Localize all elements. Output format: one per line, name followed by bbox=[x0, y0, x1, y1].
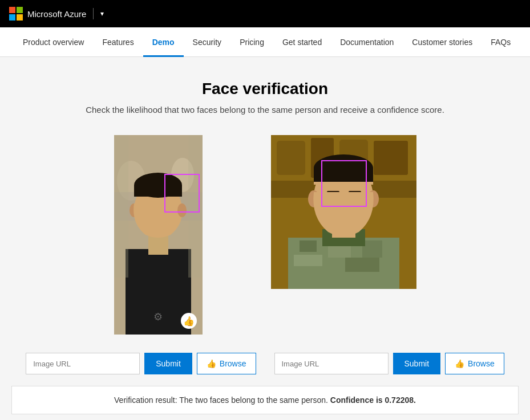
svg-rect-35 bbox=[345, 258, 379, 272]
navigation: Product overview Features Demo Security … bbox=[0, 27, 530, 57]
nav-documentation[interactable]: Documentation bbox=[331, 27, 403, 57]
thumbs-up-icon[interactable]: 👍 bbox=[181, 313, 197, 329]
browse-label-1: Browse bbox=[220, 359, 246, 368]
submit-button-1[interactable]: Submit bbox=[144, 353, 192, 374]
face-image-2-svg bbox=[271, 135, 416, 289]
thumbs-up-browse-icon-1: 👍 bbox=[207, 359, 216, 368]
svg-rect-31 bbox=[300, 240, 317, 252]
svg-text:⚙: ⚙ bbox=[153, 311, 163, 323]
ms-flag-icon bbox=[9, 7, 23, 21]
face-image-1: ⚙ bbox=[114, 135, 203, 335]
svg-rect-33 bbox=[362, 240, 382, 258]
nav-faqs[interactable]: FAQs bbox=[482, 27, 520, 57]
nav-customer-stories[interactable]: Customer stories bbox=[403, 27, 482, 57]
thumbs-up-browse-icon-2: 👍 bbox=[455, 359, 464, 368]
face-detection-box-2 bbox=[321, 160, 367, 207]
image1-wrapper: ⚙ bbox=[114, 135, 203, 335]
image2-wrapper bbox=[271, 135, 416, 289]
svg-rect-21 bbox=[114, 135, 128, 278]
page-subtitle: Check the likelihood that two faces belo… bbox=[86, 105, 444, 115]
input-group-2: Submit 👍 Browse bbox=[274, 353, 504, 374]
browse-button-1[interactable]: 👍 Browse bbox=[197, 353, 256, 374]
page-title: Face verification bbox=[202, 80, 328, 98]
nav-product-overview[interactable]: Product overview bbox=[14, 27, 93, 57]
face-image-2 bbox=[271, 135, 416, 289]
chevron-down-icon[interactable]: ▾ bbox=[100, 10, 104, 18]
result-text: Verification result: The two faces belon… bbox=[114, 395, 328, 405]
nav-security[interactable]: Security bbox=[184, 27, 231, 57]
main-content: Face verification Check the likelihood t… bbox=[0, 57, 530, 420]
nav-demo[interactable]: Demo bbox=[143, 27, 184, 57]
image-url-input-2[interactable] bbox=[274, 353, 389, 374]
confidence-text: Confidence is 0.72208. bbox=[330, 395, 416, 405]
result-bar: Verification result: The two faces belon… bbox=[11, 386, 519, 414]
svg-rect-25 bbox=[277, 141, 305, 175]
topbar: Microsoft Azure ▾ bbox=[0, 0, 530, 27]
svg-rect-1 bbox=[17, 7, 23, 13]
nav-get-started[interactable]: Get started bbox=[273, 27, 331, 57]
svg-rect-2 bbox=[9, 14, 15, 21]
browse-button-2[interactable]: 👍 Browse bbox=[445, 353, 504, 374]
svg-rect-0 bbox=[9, 7, 15, 13]
input-row: Submit 👍 Browse Submit 👍 Browse bbox=[11, 353, 519, 374]
nav-features[interactable]: Features bbox=[93, 27, 143, 57]
svg-rect-34 bbox=[294, 255, 322, 266]
submit-button-2[interactable]: Submit bbox=[393, 353, 441, 374]
browse-label-2: Browse bbox=[468, 359, 495, 368]
images-row: ⚙ bbox=[11, 135, 519, 335]
svg-rect-3 bbox=[17, 14, 23, 21]
face-detection-box-1 bbox=[164, 174, 200, 213]
azure-logo[interactable]: Microsoft Azure bbox=[9, 7, 86, 21]
svg-rect-28 bbox=[374, 141, 408, 175]
input-group-1: Submit 👍 Browse bbox=[26, 353, 256, 374]
logo-text: Microsoft Azure bbox=[27, 9, 86, 19]
face-image-1-svg: ⚙ bbox=[114, 135, 203, 335]
image-url-input-1[interactable] bbox=[26, 353, 140, 374]
nav-pricing[interactable]: Pricing bbox=[230, 27, 273, 57]
logo-divider bbox=[93, 8, 94, 19]
